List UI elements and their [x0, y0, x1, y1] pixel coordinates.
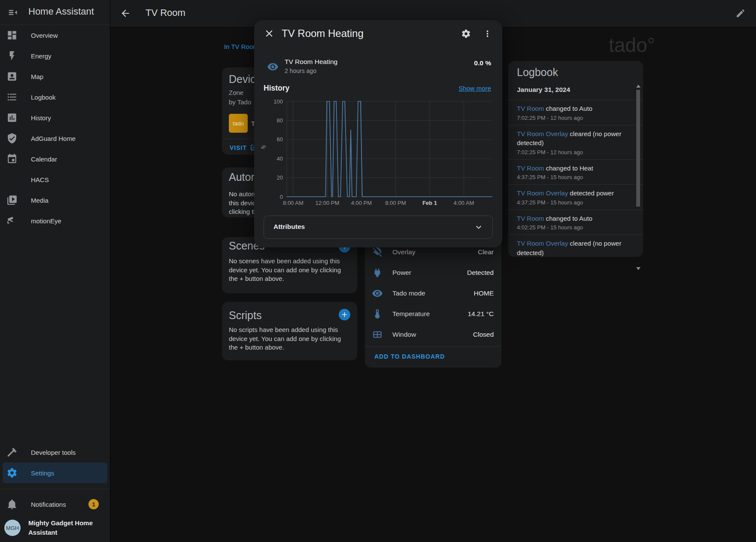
avatar: MGH	[4, 520, 21, 536]
sensor-label: Temperature	[392, 310, 430, 318]
dialog-title: TV Room Heating	[282, 27, 364, 40]
pencil-icon[interactable]	[735, 8, 746, 18]
sidebar-item-label: Media	[31, 197, 49, 204]
logbook-entity-link[interactable]: TV Room Overlay	[517, 240, 568, 247]
logbook-timestamp: 4:37:25 PM - 15 hours ago	[517, 199, 623, 206]
kebab-menu-icon[interactable]	[483, 29, 492, 39]
sidebar-item-notifications[interactable]: Notifications 1	[0, 494, 110, 515]
sidebar-toggle-icon[interactable]	[7, 6, 19, 18]
shield-check-icon	[6, 133, 18, 144]
account-box-icon	[6, 71, 18, 82]
chart-box-icon	[6, 112, 18, 123]
logbook-message-text: changed to Auto	[544, 215, 592, 222]
sidebar-item-label: Settings	[31, 469, 54, 477]
sidebar-item-energy[interactable]: Energy	[0, 46, 110, 66]
sidebar-item-label: Logbook	[31, 94, 56, 101]
show-more-link[interactable]: Show more	[458, 85, 491, 92]
attributes-label: Attributes	[273, 223, 305, 231]
notification-badge: 1	[88, 499, 99, 509]
scrollbar-down-arrow[interactable]	[636, 267, 641, 270]
close-icon[interactable]	[264, 28, 275, 39]
sidebar-item-label: Overview	[31, 32, 58, 39]
sidebar-item-label: Calendar	[31, 155, 57, 163]
logbook-message: TV Room Overlay cleared (no power detect…	[517, 129, 623, 148]
sidebar-item-label: Developer tools	[31, 449, 76, 456]
more-info-dialog: TV Room Heating TV Room Heating 2 hours …	[254, 20, 502, 247]
plus-icon	[340, 311, 349, 319]
sidebar-item-hacs[interactable]: HACS	[0, 169, 110, 190]
hammer-icon	[6, 447, 18, 458]
sidebar-item-map[interactable]: Map	[0, 66, 110, 87]
logbook-entity-link[interactable]: TV Room	[517, 215, 544, 222]
sensor-row-power[interactable]: Power Detected	[365, 262, 501, 283]
logbook-entity-link[interactable]: TV Room Overlay	[517, 189, 568, 197]
power-plug-icon	[372, 267, 383, 278]
sidebar-item-label: motionEye	[31, 217, 61, 225]
back-arrow-icon[interactable]	[120, 8, 131, 19]
logbook-entry: TV Room Overlay cleared (no power detect…	[508, 235, 643, 257]
sensor-row-tado-mode[interactable]: Tado mode HOME	[365, 283, 501, 304]
history-chart-svg: 0204060801008:00 AM12:00 PM4:00 PM8:00 P…	[257, 94, 497, 208]
entity-name: TV Room Heating	[285, 58, 337, 66]
svg-text:40: 40	[277, 155, 283, 162]
add-script-button[interactable]	[339, 309, 350, 320]
history-chart[interactable]: 0204060801008:00 AM12:00 PM4:00 PM8:00 P…	[257, 94, 497, 208]
area-link[interactable]: In TV Room	[224, 43, 258, 50]
sidebar-item-history[interactable]: History	[0, 107, 110, 128]
sensor-label: Window	[392, 331, 416, 338]
logbook-title: Logbook	[517, 66, 558, 79]
scrollbar-up-arrow[interactable]	[636, 85, 641, 88]
sensor-label: Power	[392, 269, 411, 277]
logbook-entry: TV Room changed to Auto 4:02:25 PM - 15 …	[508, 210, 643, 235]
logbook-timestamp: 7:02:25 PM - 12 hours ago	[517, 149, 623, 155]
logbook-message: TV Room Overlay cleared (no power detect…	[517, 239, 623, 257]
cctv-icon	[6, 215, 18, 226]
scrollbar-thumb[interactable]	[636, 90, 640, 207]
add-to-dashboard-link[interactable]: ADD TO DASHBOARD	[374, 353, 445, 360]
logbook-card: Logbook January 31, 2024 TV Room changed…	[508, 61, 643, 257]
logbook-entity-link[interactable]: TV Room Overlay	[517, 130, 568, 137]
flash-icon	[6, 50, 18, 61]
sidebar-item-logbook[interactable]: Logbook	[0, 87, 110, 107]
app-root: Home Assistant Overview Energy Map Logbo…	[0, 0, 756, 542]
scenes-empty-text: No scenes have been added using this dev…	[229, 257, 351, 283]
logbook-scrollbar	[636, 85, 641, 256]
sidebar-profile[interactable]: MGH Mighty Gadget Home Assistant	[0, 515, 110, 540]
hacs-icon	[6, 174, 18, 185]
visit-link[interactable]: VISIT	[230, 144, 257, 151]
sidebar-item-media[interactable]: Media	[0, 190, 110, 210]
sensor-value: HOME	[474, 289, 494, 297]
sidebar-item-motioneye[interactable]: motionEye	[0, 210, 110, 231]
sensor-value: Clear	[478, 248, 494, 256]
sidebar-item-label: AdGuard Home	[31, 135, 76, 142]
logbook-message: TV Room Overlay detected power	[517, 189, 623, 198]
logbook-entity-link[interactable]: TV Room	[517, 105, 544, 112]
svg-text:20: 20	[277, 174, 283, 181]
attributes-expander[interactable]: Attributes	[264, 216, 493, 239]
page-title: TV Room	[146, 7, 185, 18]
logbook-message-text: changed to Heat	[544, 164, 593, 172]
svg-text:8:00 PM: 8:00 PM	[385, 200, 406, 206]
eye-icon	[372, 288, 383, 299]
svg-text:12:00 PM: 12:00 PM	[316, 200, 340, 206]
sensor-row-temperature[interactable]: Temperature 14.21 °C	[365, 304, 501, 324]
svg-text:8:00 AM: 8:00 AM	[283, 200, 304, 206]
sidebar-header: Home Assistant	[0, 0, 110, 25]
scripts-empty-text: No scripts have been added using this de…	[229, 326, 351, 352]
view-dashboard-icon	[6, 30, 18, 41]
sidebar-item-adguard[interactable]: AdGuard Home	[0, 128, 110, 149]
logbook-entry: TV Room changed to Heat 4:37:25 PM - 15 …	[508, 160, 643, 185]
visit-label: VISIT	[230, 144, 247, 151]
sensor-row-window[interactable]: Window Closed	[365, 324, 501, 345]
sidebar-item-calendar[interactable]: Calendar	[0, 149, 110, 169]
tado-integration-badge: tado	[229, 114, 248, 133]
sidebar-item-developer-tools[interactable]: Developer tools	[0, 442, 110, 463]
sidebar-item-overview[interactable]: Overview	[0, 25, 110, 46]
sidebar-item-settings[interactable]: Settings	[3, 463, 107, 483]
sidebar-item-label: HACS	[31, 176, 49, 183]
svg-text:100: 100	[273, 98, 283, 105]
entity-state-value: 0.0 %	[474, 59, 491, 67]
entity-settings-gear-icon[interactable]	[461, 29, 471, 39]
chevron-down-icon	[474, 222, 484, 232]
logbook-entity-link[interactable]: TV Room	[517, 164, 544, 172]
